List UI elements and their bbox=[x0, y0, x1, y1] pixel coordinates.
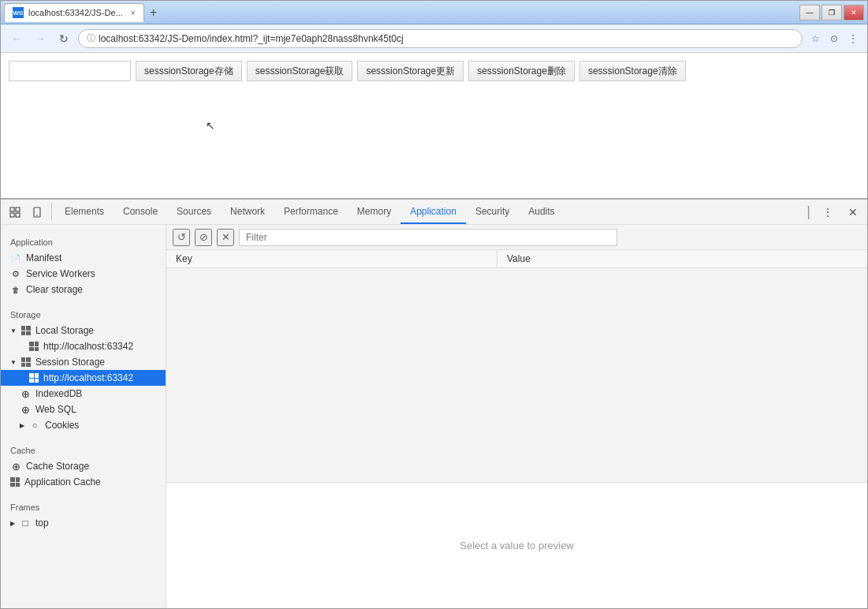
restore-btn[interactable]: ❐ bbox=[821, 5, 842, 21]
tab-close-btn[interactable]: × bbox=[131, 9, 136, 17]
session-store-btn[interactable]: sesssionStorage存储 bbox=[136, 61, 242, 81]
devtools-tabs: Elements Console Sources Network Perform… bbox=[55, 200, 564, 224]
svg-rect-3 bbox=[16, 213, 20, 217]
page-controls: sesssionStorage存储 sesssionStorage获取 sess… bbox=[9, 61, 859, 81]
tab-sources[interactable]: Sources bbox=[167, 200, 221, 224]
local-storage-triangle: ▼ bbox=[10, 327, 17, 334]
frames-section: Frames ▶ top bbox=[1, 496, 166, 531]
local-storage-url: http://localhost:63342 bbox=[43, 341, 133, 352]
cache-section: Cache ⊕ Cache Storage Application Cache bbox=[1, 439, 166, 490]
sidebar-item-frames-top[interactable]: ▶ top bbox=[1, 515, 166, 531]
frames-top-triangle: ▶ bbox=[10, 520, 15, 527]
frames-section-label: Frames bbox=[1, 496, 166, 515]
tab-console[interactable]: Console bbox=[114, 200, 167, 224]
session-delete-btn[interactable]: sesssionStorage删除 bbox=[468, 61, 575, 81]
table-col-key: Key bbox=[166, 250, 497, 267]
session-storage-triangle: ▼ bbox=[10, 359, 17, 366]
browser-content: sesssionStorage存储 sesssionStorage获取 sess… bbox=[1, 53, 867, 198]
table-area: Key Value bbox=[166, 250, 867, 482]
tab-application[interactable]: Application bbox=[400, 200, 466, 224]
sidebar-item-indexeddb[interactable]: ⊕ IndexedDB bbox=[1, 386, 166, 402]
tab-audits[interactable]: Audits bbox=[519, 200, 564, 224]
devtools-icon-left[interactable] bbox=[4, 200, 26, 224]
sidebar-item-local-storage-url[interactable]: http://localhost:63342 bbox=[1, 338, 166, 354]
web-sql-label: Web SQL bbox=[35, 404, 76, 415]
preview-text: Select a value to preview bbox=[460, 540, 574, 551]
bookmark-icon[interactable]: ☆ bbox=[807, 31, 823, 47]
sidebar-item-local-storage[interactable]: ▼ Local Storage bbox=[1, 323, 166, 338]
cookies-triangle: ▶ bbox=[20, 422, 24, 429]
filter-input[interactable] bbox=[239, 229, 617, 246]
clear-storage-icon bbox=[10, 284, 21, 295]
close-btn[interactable]: ✕ bbox=[844, 5, 864, 21]
frames-top-icon bbox=[20, 517, 31, 529]
title-bar: WS localhost:63342/JS-De... × + — ❐ ✕ bbox=[1, 1, 867, 24]
session-storage-icon bbox=[21, 357, 31, 367]
forward-btn[interactable]: → bbox=[31, 29, 50, 48]
toolbar-separator bbox=[51, 203, 52, 221]
sidebar-item-cache-storage[interactable]: ⊕ Cache Storage bbox=[1, 458, 166, 474]
window-frame: WS localhost:63342/JS-De... × + — ❐ ✕ ← … bbox=[0, 0, 868, 609]
application-cache-label: Application Cache bbox=[24, 476, 101, 488]
active-tab[interactable]: WS localhost:63342/JS-De... × bbox=[4, 3, 144, 22]
cookies-label: Cookies bbox=[45, 420, 79, 431]
new-tab-btn[interactable]: + bbox=[144, 3, 163, 22]
clear-storage-label: Clear storage bbox=[26, 284, 83, 295]
menu-icon[interactable]: ⋮ bbox=[845, 31, 861, 47]
session-update-btn[interactable]: sesssionStorage更新 bbox=[357, 61, 464, 81]
person-icon[interactable]: ⊙ bbox=[826, 31, 842, 47]
filter-clear-btn[interactable]: ✕ bbox=[217, 229, 234, 246]
window-controls: — ❐ ✕ bbox=[799, 5, 864, 21]
sidebar-item-session-storage[interactable]: ▼ Session Storage bbox=[1, 354, 166, 370]
sidebar-item-manifest[interactable]: Manifest bbox=[1, 250, 166, 266]
service-workers-icon bbox=[10, 268, 21, 279]
session-storage-label: Session Storage bbox=[35, 357, 105, 368]
preview-area: Select a value to preview bbox=[166, 482, 867, 608]
local-storage-url-icon bbox=[29, 342, 39, 351]
filter-block-btn[interactable]: ⊘ bbox=[195, 229, 212, 246]
filter-bar: ↺ ⊘ ✕ bbox=[166, 225, 867, 250]
tab-elements[interactable]: Elements bbox=[55, 200, 114, 224]
phone-icon bbox=[32, 207, 43, 218]
sidebar-item-service-workers[interactable]: Service Workers bbox=[1, 266, 166, 282]
sidebar-item-web-sql[interactable]: ⊕ Web SQL bbox=[1, 402, 166, 417]
devtools-sidebar: Application Manifest Service Workers Cle… bbox=[1, 225, 166, 608]
manifest-icon bbox=[10, 252, 21, 263]
address-bar: ← → ↻ ⓘ localhost:63342/JS-Demo/index.ht… bbox=[1, 24, 867, 53]
refresh-btn[interactable]: ↻ bbox=[54, 29, 73, 48]
title-bar-left: WS localhost:63342/JS-De... × + bbox=[4, 3, 163, 22]
application-section-label: Application bbox=[1, 231, 166, 250]
session-storage-input[interactable] bbox=[9, 61, 131, 81]
address-input-container[interactable]: ⓘ localhost:63342/JS-Demo/index.html?_ij… bbox=[78, 29, 803, 48]
web-sql-icon: ⊕ bbox=[20, 404, 31, 415]
tab-memory[interactable]: Memory bbox=[348, 200, 400, 224]
svg-rect-1 bbox=[16, 207, 20, 211]
sidebar-item-application-cache[interactable]: Application Cache bbox=[1, 474, 166, 490]
svg-rect-2 bbox=[10, 213, 14, 217]
table-col-value: Value bbox=[497, 250, 867, 267]
minimize-btn[interactable]: — bbox=[799, 5, 820, 21]
cookies-icon: ○ bbox=[29, 420, 40, 431]
cursor-area: ↖ bbox=[9, 88, 859, 190]
session-get-btn[interactable]: sesssionStorage获取 bbox=[247, 61, 353, 81]
tab-security[interactable]: Security bbox=[466, 200, 519, 224]
tab-performance[interactable]: Performance bbox=[274, 200, 348, 224]
indexeddb-icon: ⊕ bbox=[20, 388, 31, 399]
sidebar-item-clear-storage[interactable]: Clear storage bbox=[1, 282, 166, 297]
sidebar-item-cookies[interactable]: ▶ ○ Cookies bbox=[1, 417, 166, 433]
tab-network[interactable]: Network bbox=[221, 200, 274, 224]
filter-refresh-btn[interactable]: ↺ bbox=[173, 229, 190, 246]
devtools-icon-right[interactable] bbox=[26, 200, 48, 224]
session-clear-btn[interactable]: sesssionStorage清除 bbox=[579, 61, 686, 81]
back-btn[interactable]: ← bbox=[7, 29, 26, 48]
devtools-close-btn[interactable]: ✕ bbox=[842, 206, 864, 219]
storage-section-label: Storage bbox=[1, 304, 166, 323]
session-storage-url: http://localhost:63342 bbox=[43, 372, 133, 383]
devtools-more-btn[interactable]: ⋮ bbox=[817, 206, 839, 219]
storage-section: Storage ▼ Local Storage http://localho bbox=[1, 304, 166, 433]
sidebar-item-session-storage-url[interactable]: http://localhost:63342 bbox=[1, 370, 166, 386]
svg-point-5 bbox=[36, 215, 38, 216]
mouse-cursor: ↖ bbox=[206, 119, 215, 132]
cache-section-label: Cache bbox=[1, 439, 166, 458]
cache-storage-label: Cache Storage bbox=[26, 461, 89, 472]
